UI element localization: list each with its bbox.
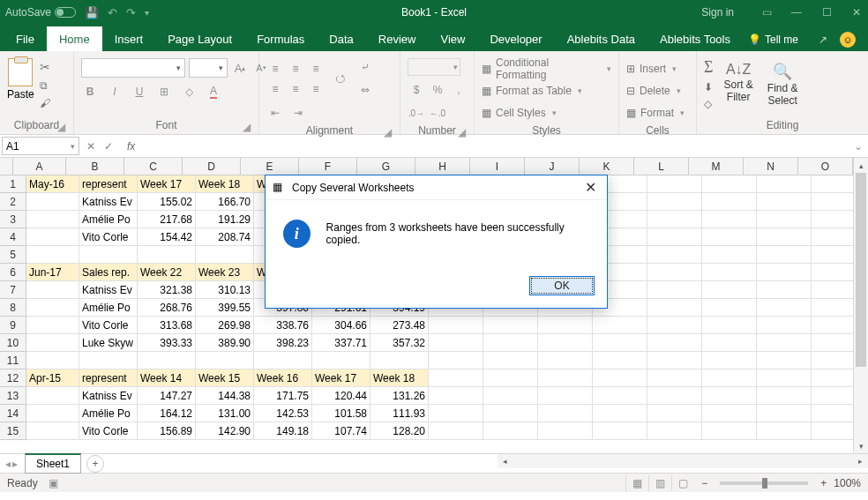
cell-B9[interactable]: Vito Corle: [79, 317, 138, 334]
cell-E15[interactable]: 149.18: [254, 422, 312, 440]
cell-B3[interactable]: Amélie Po: [79, 211, 138, 228]
cut-icon[interactable]: ✂: [40, 60, 50, 74]
vertical-scrollbar[interactable]: ▴ ▾: [853, 158, 868, 453]
enter-formula-icon[interactable]: ✓: [104, 140, 113, 153]
col-header-I[interactable]: I: [470, 158, 525, 175]
row-header-12[interactable]: 12: [0, 369, 26, 387]
cell-G15[interactable]: 128.20: [370, 422, 429, 440]
zoom-out-button[interactable]: −: [701, 477, 707, 489]
cell-D14[interactable]: 131.00: [196, 405, 254, 422]
cell-B1[interactable]: represent: [79, 175, 138, 193]
underline-button[interactable]: U: [131, 83, 148, 101]
col-header-M[interactable]: M: [689, 158, 744, 175]
cell-B8[interactable]: Amélie Po: [79, 299, 138, 317]
col-header-F[interactable]: F: [299, 158, 357, 175]
minimize-icon[interactable]: —: [790, 6, 803, 19]
cell-C8[interactable]: 268.76: [138, 299, 196, 317]
col-header-G[interactable]: G: [357, 158, 415, 175]
copy-icon[interactable]: ⧉: [40, 79, 50, 92]
cell-A12[interactable]: Apr-15: [26, 369, 79, 387]
wrap-text-button[interactable]: ⤶: [356, 58, 374, 76]
signin-button[interactable]: Sign in: [701, 6, 734, 19]
save-icon[interactable]: 💾: [85, 6, 99, 19]
cell-D13[interactable]: 144.38: [196, 387, 254, 405]
cell-C2[interactable]: 155.02: [138, 193, 196, 211]
col-header-C[interactable]: C: [124, 158, 183, 175]
merge-button[interactable]: ⇔: [356, 81, 374, 99]
comma-icon[interactable]: ,: [450, 81, 468, 99]
cell-G14[interactable]: 111.93: [370, 405, 429, 422]
cell-C12[interactable]: Week 14: [138, 369, 196, 387]
cell-E12[interactable]: Week 16: [254, 369, 312, 387]
ribbon-display-icon[interactable]: ▭: [760, 6, 773, 19]
fx-icon[interactable]: fx: [127, 140, 135, 153]
horizontal-scrollbar[interactable]: ◂ ▸: [498, 453, 868, 468]
share-icon[interactable]: ↗: [819, 34, 827, 46]
cell-E10[interactable]: 398.23: [254, 334, 312, 352]
cell-D12[interactable]: Week 15: [196, 369, 254, 387]
tab-review[interactable]: Review: [366, 26, 429, 51]
bold-button[interactable]: B: [81, 83, 99, 101]
paste-button[interactable]: Paste: [7, 55, 34, 101]
tab-home[interactable]: Home: [47, 26, 102, 51]
row-header-13[interactable]: 13: [0, 387, 26, 405]
row-header-4[interactable]: 4: [0, 228, 26, 246]
expand-formula-icon[interactable]: ⌄: [850, 140, 866, 153]
tab-page-layout[interactable]: Page Layout: [155, 26, 244, 51]
cell-D15[interactable]: 142.90: [196, 422, 254, 440]
cell-B13[interactable]: Katniss Ev: [79, 387, 138, 405]
row-header-1[interactable]: 1: [0, 175, 26, 193]
cell-F15[interactable]: 107.74: [312, 422, 370, 440]
orientation-button[interactable]: ⭯: [332, 70, 349, 87]
col-header-H[interactable]: H: [415, 158, 470, 175]
scroll-up-icon[interactable]: ▴: [854, 158, 868, 173]
cancel-formula-icon[interactable]: ✕: [86, 140, 95, 153]
row-header-7[interactable]: 7: [0, 281, 26, 299]
row-header-10[interactable]: 10: [0, 334, 26, 352]
cell-E13[interactable]: 171.75: [254, 387, 312, 405]
launcher-icon[interactable]: ◢: [241, 122, 251, 132]
undo-icon[interactable]: ↶: [108, 6, 117, 19]
cell-B10[interactable]: Luke Skyw: [79, 334, 138, 352]
zoom-in-button[interactable]: +: [820, 477, 827, 489]
row-header-15[interactable]: 15: [0, 422, 26, 440]
cell-F14[interactable]: 101.58: [312, 405, 370, 422]
cell-B2[interactable]: Katniss Ev: [79, 193, 138, 211]
normal-view-button[interactable]: ▦: [625, 475, 648, 491]
dialog-close-button[interactable]: ✕: [581, 179, 600, 196]
cell-D10[interactable]: 389.90: [196, 334, 254, 352]
cell-F13[interactable]: 120.44: [312, 387, 370, 405]
name-box[interactable]: A1▾: [2, 137, 79, 155]
cell-G13[interactable]: 131.26: [370, 387, 429, 405]
font-combo[interactable]: ▾: [81, 58, 185, 78]
row-header-6[interactable]: 6: [0, 264, 26, 281]
format-button[interactable]: ▦Format▾: [626, 104, 685, 122]
col-header-J[interactable]: J: [525, 158, 580, 175]
maximize-icon[interactable]: ☐: [820, 6, 833, 19]
cell-C10[interactable]: 393.33: [138, 334, 196, 352]
cell-A6[interactable]: Jun-17: [26, 264, 79, 281]
decrease-indent-icon[interactable]: ⇤: [266, 104, 284, 122]
row-header-3[interactable]: 3: [0, 211, 26, 228]
cell-D1[interactable]: Week 18: [196, 175, 254, 193]
clear-icon[interactable]: ◇: [704, 98, 713, 110]
cell-C6[interactable]: Week 22: [138, 264, 196, 281]
cell-B7[interactable]: Katniss Ev: [79, 281, 138, 299]
col-header-L[interactable]: L: [634, 158, 689, 175]
insert-button[interactable]: ⊞Insert▾: [626, 60, 677, 78]
tab-data[interactable]: Data: [317, 26, 365, 51]
format-painter-icon[interactable]: 🖌: [40, 97, 50, 109]
redo-icon[interactable]: ↷: [126, 6, 136, 19]
number-format-combo[interactable]: ▾: [408, 58, 460, 76]
cell-B4[interactable]: Vito Corle: [79, 228, 138, 246]
border-button[interactable]: ⊞: [155, 83, 173, 101]
ok-button[interactable]: OK: [529, 276, 595, 295]
tab-ablebits-tools[interactable]: Ablebits Tools: [647, 26, 743, 51]
cell-C9[interactable]: 313.68: [138, 317, 196, 334]
close-window-icon[interactable]: ✕: [850, 6, 863, 19]
col-header-K[interactable]: K: [580, 158, 634, 175]
select-all-corner[interactable]: [0, 158, 13, 175]
font-size-combo[interactable]: ▾: [189, 58, 228, 78]
row-header-11[interactable]: 11: [0, 352, 26, 369]
page-break-button[interactable]: ▢: [671, 475, 694, 491]
